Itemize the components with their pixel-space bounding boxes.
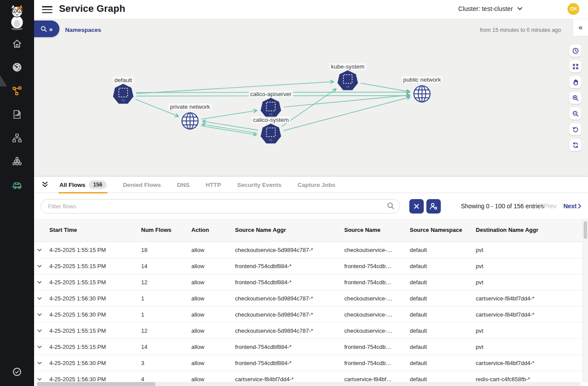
row-expand-chevron-icon[interactable] [34, 248, 49, 252]
flow-table-row[interactable]: 4-25-2025 1:55:15 PM 14 allow frontend-7… [34, 258, 582, 274]
cell-source-name-aggr: frontend-754cdbf884-* [235, 344, 344, 350]
graph-toolbar [569, 45, 581, 151]
user-gear-icon [429, 203, 438, 210]
col-start-time[interactable]: Start Time [49, 227, 141, 234]
service-graph-icon [12, 86, 22, 96]
row-expand-chevron-icon[interactable] [34, 281, 49, 284]
flow-table-row[interactable]: 4-25-2025 1:55:15 PM 12 allow checkoutse… [34, 323, 582, 339]
flow-table-row[interactable]: 4-25-2025 1:55:15 PM 18 allow checkoutse… [34, 242, 582, 258]
fit-screen-button[interactable] [569, 60, 581, 72]
row-expand-chevron-icon[interactable] [34, 313, 49, 316]
cell-destination-name-aggr: cartservice-f84bf7dd4-* [476, 311, 582, 318]
tab-security-events[interactable]: Security Events [236, 177, 282, 193]
network-globe-icon [412, 84, 432, 103]
row-expand-chevron-icon[interactable] [34, 329, 49, 332]
tab-http[interactable]: HTTP [205, 177, 222, 193]
cluster-selector[interactable]: Cluster: test-cluster [458, 5, 522, 12]
row-expand-chevron-icon[interactable] [34, 362, 49, 365]
row-expand-chevron-icon[interactable] [34, 297, 49, 300]
filter-search-icon[interactable] [387, 202, 394, 211]
graph-node-public-network[interactable] [412, 84, 432, 105]
sidebar-item-dashboard[interactable] [11, 61, 23, 73]
flow-table-row[interactable]: 4-25-2025 1:55:15 PM 14 allow frontend-7… [34, 339, 582, 355]
hamburger-menu-icon[interactable] [42, 5, 52, 14]
graph-node-private-network[interactable] [180, 111, 200, 132]
graph-node-label: calico-apiserver [249, 91, 293, 97]
column-customization-button[interactable] [426, 199, 441, 214]
double-chevron-down-icon [41, 181, 49, 188]
col-destination-name-aggr[interactable]: Destination Name Aggr [476, 227, 582, 234]
graph-node-label: kube-system [330, 63, 366, 70]
cell-source-namespace: default [410, 295, 476, 302]
table-horizontal-scrollbar[interactable] [37, 382, 581, 386]
graph-node-calico-system[interactable]: ns [259, 123, 282, 147]
prev-page-button[interactable]: Prev [539, 203, 557, 210]
tab-denied-flows[interactable]: Denied Flows [122, 177, 162, 193]
calico-cat-logo [7, 3, 27, 31]
horizontal-scrollbar-thumb[interactable] [37, 382, 156, 386]
sidebar-item-endpoints[interactable] [11, 155, 23, 168]
sidebar-item-home[interactable] [11, 38, 23, 50]
sidebar-item-service-graph[interactable] [11, 85, 23, 97]
vertical-scrollbar-thumb[interactable] [584, 221, 587, 239]
col-source-name[interactable]: Source Name [344, 227, 410, 234]
cell-start-time: 4-25-2025 1:56:30 PM [49, 360, 141, 366]
table-vertical-scrollbar[interactable] [582, 219, 588, 383]
filter-flows-input[interactable] [41, 199, 400, 214]
flow-table-row[interactable]: 4-25-2025 1:56:30 PM 1 allow checkoutser… [34, 307, 582, 323]
flow-table-row[interactable]: 4-25-2025 1:56:30 PM 3 allow frontend-75… [34, 355, 582, 371]
sidebar-item-tiers[interactable] [11, 132, 23, 144]
zoom-in-button[interactable] [569, 92, 581, 104]
tab-all-flows[interactable]: All Flows 156 [59, 177, 107, 193]
cell-start-time: 4-25-2025 1:56:30 PM [49, 311, 141, 318]
pager: Prev Next [539, 203, 581, 210]
service-graph-canvas[interactable]: ns default private network ns calico-api… [34, 39, 588, 176]
pan-button[interactable] [569, 76, 581, 88]
breadcrumb[interactable]: Namespaces [65, 27, 101, 33]
undo-layout-button[interactable] [569, 123, 581, 135]
cell-start-time: 4-25-2025 1:56:30 PM [49, 376, 141, 383]
next-page-button[interactable]: Next [564, 203, 581, 210]
col-source-name-aggr[interactable]: Source Name Aggr [235, 227, 344, 234]
avatar[interactable]: CH [567, 3, 579, 15]
double-chevron-right-icon: » [49, 26, 52, 32]
expand-icon [572, 63, 579, 70]
chevron-down-icon [517, 7, 522, 10]
panel-collapse-button[interactable] [41, 181, 49, 188]
network-globe-icon [180, 111, 200, 131]
sidebar-item-policies[interactable] [11, 108, 23, 121]
row-expand-chevron-icon[interactable] [34, 345, 49, 348]
refresh-button[interactable] [569, 139, 581, 151]
cell-action: allow [191, 295, 235, 302]
cell-source-name: frontend-754cdb… [344, 279, 410, 286]
tab-capture-jobs[interactable]: Capture Jobs [297, 177, 336, 193]
home-icon [12, 38, 22, 49]
graph-node-label: calico-system [252, 117, 290, 123]
graph-search-button[interactable]: » [34, 21, 59, 37]
flow-table-row[interactable]: 4-25-2025 1:56:30 PM 1 allow checkoutser… [34, 290, 582, 307]
collapse-panel-button[interactable]: « [573, 19, 588, 36]
sidebar-item-traffic[interactable] [11, 179, 23, 191]
graph-node-kube-system[interactable]: ns [336, 69, 359, 94]
tab-dns[interactable]: DNS [176, 177, 190, 193]
cell-source-name-aggr: frontend-754cdbf884-* [235, 263, 344, 269]
time-settings-button[interactable] [569, 45, 581, 57]
cell-source-namespace: default [410, 247, 476, 253]
cell-destination-name-aggr: pvt [476, 327, 582, 334]
cell-source-name: frontend-754cdb… [344, 263, 410, 269]
dashboard-gauge-icon [12, 62, 22, 72]
cell-source-namespace: default [410, 311, 476, 318]
main-content: » Namespaces from 15 minutes to 0 minute… [34, 19, 588, 386]
flow-table-row[interactable]: 4-25-2025 1:55:15 PM 12 allow frontend-7… [34, 274, 582, 290]
col-num-flows[interactable]: Num Flows [141, 227, 191, 234]
col-action[interactable]: Action [191, 227, 235, 234]
graph-node-default[interactable]: ns [112, 83, 135, 107]
sidebar-item-compliance[interactable] [11, 366, 23, 378]
clear-filter-button[interactable] [409, 199, 424, 214]
cell-destination-name-aggr: redis-cart-c4fc658fb-* [476, 376, 582, 383]
col-source-namespace[interactable]: Source Namespace [410, 227, 476, 234]
row-expand-chevron-icon[interactable] [34, 378, 49, 381]
zoom-out-button[interactable] [569, 107, 581, 120]
row-expand-chevron-icon[interactable] [34, 265, 49, 268]
cell-source-name: checkoutservice-… [344, 311, 410, 318]
